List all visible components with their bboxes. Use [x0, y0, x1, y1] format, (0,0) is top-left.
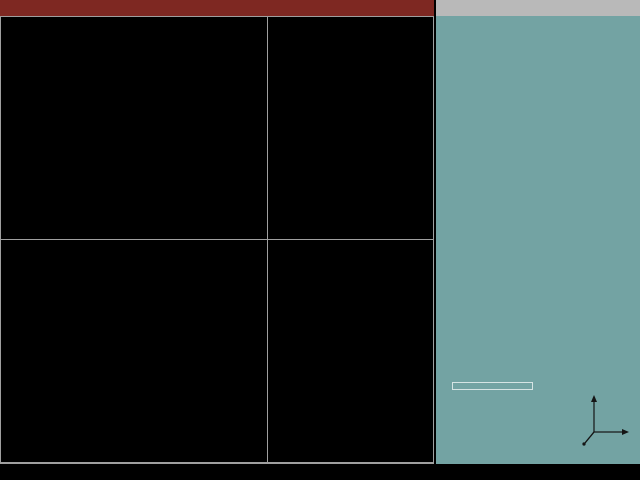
mesh-canvas — [1, 240, 267, 462]
mode-item-4[interactable] — [436, 29, 640, 31]
rotation-readout — [452, 382, 533, 390]
viewport-grid — [0, 16, 434, 464]
viewport-mode-1-side[interactable] — [1, 17, 267, 239]
scale-readout — [436, 16, 640, 23]
mesh-canvas — [268, 17, 433, 239]
viewport-mode-2-side[interactable] — [1, 240, 267, 462]
file-bar — [436, 0, 640, 16]
mode-list — [436, 23, 640, 31]
title-bar — [0, 0, 434, 16]
axis-arrows-icon — [585, 401, 624, 443]
viewport-mode-1-axial[interactable] — [268, 17, 433, 239]
mesh-canvas — [268, 240, 433, 462]
mesh-canvas — [1, 17, 267, 239]
viewport-mode-2-axial[interactable] — [268, 240, 433, 462]
axis-indicator — [578, 388, 636, 454]
results-panel — [436, 16, 640, 464]
